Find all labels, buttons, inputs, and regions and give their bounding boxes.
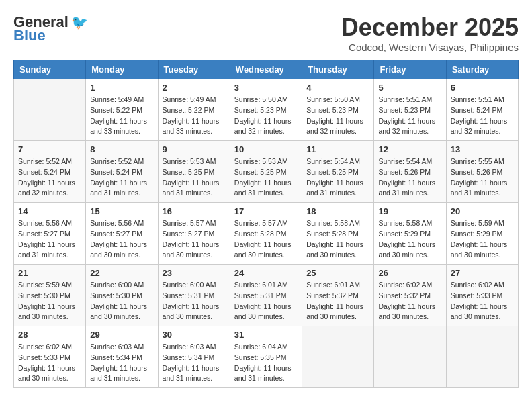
day-number: 3 [234,83,298,93]
table-row: 10Sunrise: 5:53 AMSunset: 5:25 PMDayligh… [230,141,302,203]
day-info: Sunrise: 5:52 AMSunset: 5:24 PMDaylight:… [90,156,153,199]
day-info: Sunrise: 5:52 AMSunset: 5:24 PMDaylight:… [18,156,81,199]
table-row: 5Sunrise: 5:51 AMSunset: 5:23 PMDaylight… [374,79,446,141]
header-friday: Friday [374,60,446,79]
day-info: Sunrise: 5:53 AMSunset: 5:25 PMDaylight:… [234,156,298,199]
day-number: 18 [306,206,369,216]
table-row [374,326,446,388]
table-row: 19Sunrise: 5:58 AMSunset: 5:29 PMDayligh… [374,203,446,265]
day-info: Sunrise: 5:49 AMSunset: 5:22 PMDaylight:… [163,95,226,137]
table-row: 21Sunrise: 5:59 AMSunset: 5:30 PMDayligh… [14,265,86,326]
header-monday: Monday [86,60,158,79]
day-info: Sunrise: 5:59 AMSunset: 5:29 PMDaylight:… [451,218,514,261]
header-thursday: Thursday [302,60,374,79]
table-row: 9Sunrise: 5:53 AMSunset: 5:25 PMDaylight… [158,141,230,203]
day-number: 30 [163,330,226,340]
page-header: General 🐦 Blue December 2025 Codcod, Wes… [13,13,519,53]
day-number: 29 [90,330,153,340]
table-row: 7Sunrise: 5:52 AMSunset: 5:24 PMDaylight… [14,141,86,203]
day-info: Sunrise: 6:01 AMSunset: 5:31 PMDaylight:… [234,280,298,322]
day-number: 22 [90,268,153,278]
day-number: 27 [451,268,514,278]
table-row: 11Sunrise: 5:54 AMSunset: 5:25 PMDayligh… [302,141,374,203]
day-info: Sunrise: 5:58 AMSunset: 5:28 PMDaylight:… [306,218,369,261]
day-info: Sunrise: 6:00 AMSunset: 5:31 PMDaylight:… [163,280,226,322]
day-number: 31 [234,330,298,340]
day-number: 17 [234,206,298,216]
table-row: 31Sunrise: 6:04 AMSunset: 5:35 PMDayligh… [230,326,302,388]
logo-blue-text: Blue [13,27,46,44]
day-info: Sunrise: 5:58 AMSunset: 5:29 PMDaylight:… [378,218,441,261]
day-number: 11 [306,144,369,154]
table-row: 26Sunrise: 6:02 AMSunset: 5:32 PMDayligh… [374,265,446,326]
table-row: 20Sunrise: 5:59 AMSunset: 5:29 PMDayligh… [446,203,518,265]
table-row [14,79,86,141]
table-row: 12Sunrise: 5:54 AMSunset: 5:26 PMDayligh… [374,141,446,203]
table-row: 16Sunrise: 5:57 AMSunset: 5:27 PMDayligh… [158,203,230,265]
day-number: 24 [234,268,298,278]
day-number: 6 [451,83,514,93]
table-row: 28Sunrise: 6:02 AMSunset: 5:33 PMDayligh… [14,326,86,388]
day-number: 19 [378,206,441,216]
day-info: Sunrise: 5:51 AMSunset: 5:23 PMDaylight:… [378,95,441,137]
day-number: 2 [163,83,226,93]
day-number: 8 [90,144,153,154]
table-row: 29Sunrise: 6:03 AMSunset: 5:34 PMDayligh… [86,326,158,388]
day-info: Sunrise: 5:50 AMSunset: 5:23 PMDaylight:… [234,95,298,137]
logo: General 🐦 Blue [13,13,88,44]
day-info: Sunrise: 5:55 AMSunset: 5:26 PMDaylight:… [451,156,514,199]
day-number: 10 [234,144,298,154]
table-row: 17Sunrise: 5:57 AMSunset: 5:28 PMDayligh… [230,203,302,265]
month-title: December 2025 [341,13,519,42]
day-number: 23 [163,268,226,278]
day-info: Sunrise: 6:04 AMSunset: 5:35 PMDaylight:… [234,342,298,384]
day-number: 28 [18,330,81,340]
day-number: 20 [451,206,514,216]
table-row: 23Sunrise: 6:00 AMSunset: 5:31 PMDayligh… [158,265,230,326]
day-number: 5 [378,83,441,93]
header-tuesday: Tuesday [158,60,230,79]
day-number: 7 [18,144,81,154]
day-info: Sunrise: 5:50 AMSunset: 5:23 PMDaylight:… [306,95,369,137]
calendar-table: Sunday Monday Tuesday Wednesday Thursday… [13,60,519,388]
table-row: 27Sunrise: 6:02 AMSunset: 5:33 PMDayligh… [446,265,518,326]
table-row [446,326,518,388]
calendar-week-row: 14Sunrise: 5:56 AMSunset: 5:27 PMDayligh… [14,203,519,265]
day-info: Sunrise: 6:02 AMSunset: 5:33 PMDaylight:… [451,280,514,322]
calendar-week-row: 28Sunrise: 6:02 AMSunset: 5:33 PMDayligh… [14,326,519,388]
day-number: 12 [378,144,441,154]
day-number: 4 [306,83,369,93]
day-info: Sunrise: 5:54 AMSunset: 5:26 PMDaylight:… [378,156,441,199]
table-row: 18Sunrise: 5:58 AMSunset: 5:28 PMDayligh… [302,203,374,265]
day-info: Sunrise: 5:59 AMSunset: 5:30 PMDaylight:… [18,280,81,322]
title-area: December 2025 Codcod, Western Visayas, P… [341,13,519,53]
calendar-week-row: 1Sunrise: 5:49 AMSunset: 5:22 PMDaylight… [14,79,519,141]
table-row: 13Sunrise: 5:55 AMSunset: 5:26 PMDayligh… [446,141,518,203]
header-sunday: Sunday [14,60,86,79]
day-number: 25 [306,268,369,278]
day-info: Sunrise: 5:56 AMSunset: 5:27 PMDaylight:… [18,218,81,261]
day-info: Sunrise: 5:53 AMSunset: 5:25 PMDaylight:… [163,156,226,199]
table-row: 30Sunrise: 6:03 AMSunset: 5:34 PMDayligh… [158,326,230,388]
day-info: Sunrise: 6:02 AMSunset: 5:32 PMDaylight:… [378,280,441,322]
day-number: 26 [378,268,441,278]
day-number: 16 [163,206,226,216]
calendar-week-row: 7Sunrise: 5:52 AMSunset: 5:24 PMDaylight… [14,141,519,203]
day-number: 21 [18,268,81,278]
day-number: 15 [90,206,153,216]
table-row [302,326,374,388]
day-info: Sunrise: 5:57 AMSunset: 5:28 PMDaylight:… [234,218,298,261]
day-info: Sunrise: 5:56 AMSunset: 5:27 PMDaylight:… [90,218,153,261]
day-info: Sunrise: 6:03 AMSunset: 5:34 PMDaylight:… [163,342,226,384]
day-info: Sunrise: 5:54 AMSunset: 5:25 PMDaylight:… [306,156,369,199]
day-info: Sunrise: 6:02 AMSunset: 5:33 PMDaylight:… [18,342,81,384]
table-row: 25Sunrise: 6:01 AMSunset: 5:32 PMDayligh… [302,265,374,326]
day-info: Sunrise: 6:00 AMSunset: 5:30 PMDaylight:… [90,280,153,322]
header-wednesday: Wednesday [230,60,302,79]
table-row: 3Sunrise: 5:50 AMSunset: 5:23 PMDaylight… [230,79,302,141]
table-row: 14Sunrise: 5:56 AMSunset: 5:27 PMDayligh… [14,203,86,265]
table-row: 6Sunrise: 5:51 AMSunset: 5:24 PMDaylight… [446,79,518,141]
day-info: Sunrise: 6:01 AMSunset: 5:32 PMDaylight:… [306,280,369,322]
table-row: 24Sunrise: 6:01 AMSunset: 5:31 PMDayligh… [230,265,302,326]
day-number: 14 [18,206,81,216]
